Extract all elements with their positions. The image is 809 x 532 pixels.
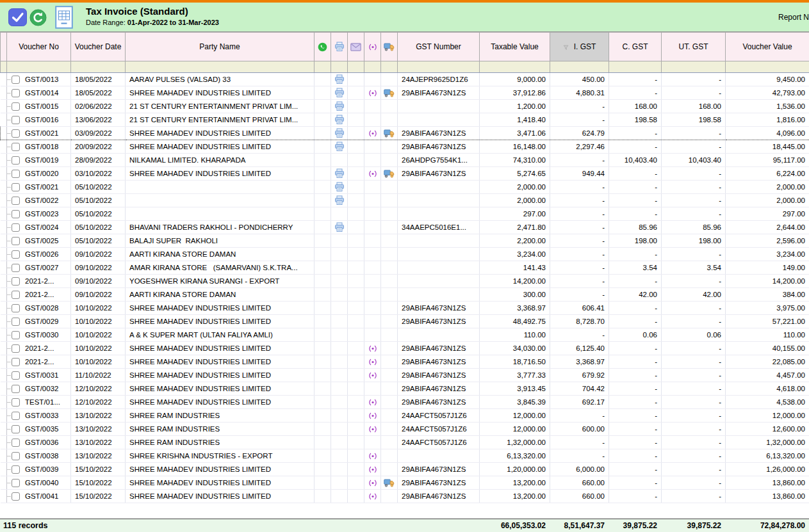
table-row[interactable]: GST/0032 12/10/2022 SHREE MAHADEV INDUST…: [1, 382, 809, 396]
table-row[interactable]: GST/0038 13/10/2022 SHREE KRISHNA INDUST…: [1, 449, 809, 463]
broadcast-icon[interactable]: [364, 73, 381, 86]
printer-icon[interactable]: [331, 396, 348, 409]
email-icon[interactable]: [348, 423, 364, 436]
row-checkbox[interactable]: [12, 156, 20, 165]
email-icon[interactable]: [348, 221, 364, 234]
table-row[interactable]: GST/0039 15/10/2022 SHREE MAHADEV INDUST…: [1, 463, 809, 476]
filter-cell[interactable]: [398, 61, 480, 73]
printer-icon[interactable]: [331, 86, 348, 100]
truck-icon[interactable]: [381, 355, 398, 369]
row-checkbox[interactable]: [12, 492, 20, 501]
column-header-voucher-date[interactable]: Voucher Date: [71, 33, 126, 61]
whatsapp-icon[interactable]: [315, 436, 331, 449]
printer-icon[interactable]: [331, 261, 348, 275]
whatsapp-icon[interactable]: [315, 140, 331, 154]
row-checkbox[interactable]: [12, 76, 20, 84]
whatsapp-icon[interactable]: [315, 86, 331, 100]
printer-icon[interactable]: [331, 234, 348, 248]
truck-icon[interactable]: [381, 140, 398, 154]
row-checkbox[interactable]: [12, 452, 20, 460]
row-checkbox[interactable]: [12, 102, 20, 111]
truck-icon[interactable]: [381, 423, 398, 436]
broadcast-icon[interactable]: [364, 302, 381, 315]
whatsapp-icon[interactable]: [315, 167, 331, 181]
broadcast-icon[interactable]: [364, 154, 381, 167]
column-header-email[interactable]: [348, 33, 364, 61]
email-icon[interactable]: [348, 100, 364, 113]
truck-icon[interactable]: [381, 409, 398, 423]
column-header-igst[interactable]: I. GST: [550, 33, 609, 61]
broadcast-icon[interactable]: [364, 463, 381, 476]
table-row[interactable]: GST/0024 05/10/2022 BHAVANI TRADERS RAKH…: [1, 221, 809, 234]
table-row[interactable]: GST/0020 03/10/2022 SHREE MAHADEV INDUST…: [1, 167, 809, 181]
broadcast-icon[interactable]: [364, 100, 381, 113]
truck-icon[interactable]: [381, 288, 398, 302]
row-checkbox[interactable]: [12, 304, 20, 312]
table-row[interactable]: TEST/01... 12/10/2022 SHREE MAHADEV INDU…: [1, 396, 809, 409]
whatsapp-icon[interactable]: [315, 463, 331, 476]
printer-icon[interactable]: [331, 167, 348, 181]
truck-icon[interactable]: [381, 73, 398, 86]
printer-icon[interactable]: [331, 113, 348, 127]
column-header-cgst[interactable]: C. GST: [609, 33, 662, 61]
printer-icon[interactable]: [331, 423, 348, 436]
truck-icon[interactable]: [381, 449, 398, 463]
printer-icon[interactable]: [331, 288, 348, 302]
whatsapp-icon[interactable]: [315, 369, 331, 382]
table-row[interactable]: GST/0018 20/09/2022 SHREE MAHADEV INDUST…: [1, 140, 809, 154]
email-icon[interactable]: [348, 181, 364, 194]
printer-icon[interactable]: [331, 154, 348, 167]
printer-icon[interactable]: [331, 100, 348, 113]
whatsapp-icon[interactable]: [315, 154, 331, 167]
whatsapp-icon[interactable]: [315, 328, 331, 342]
whatsapp-icon[interactable]: [315, 288, 331, 302]
whatsapp-icon[interactable]: [315, 476, 331, 490]
table-row[interactable]: GST/0013 18/05/2022 AARAV PULSES (VALSAD…: [1, 73, 809, 86]
table-row[interactable]: GST/0031 11/10/2022 SHREE MAHADEV INDUST…: [1, 369, 809, 382]
email-icon[interactable]: [348, 154, 364, 167]
printer-icon[interactable]: [331, 369, 348, 382]
row-checkbox[interactable]: [12, 318, 20, 326]
broadcast-icon[interactable]: [364, 436, 381, 449]
email-icon[interactable]: [348, 382, 364, 396]
row-checkbox[interactable]: [12, 143, 20, 151]
broadcast-icon[interactable]: [364, 207, 381, 221]
table-row[interactable]: GST/0035 13/10/2022 SHREE RAM INDUSTRIES…: [1, 423, 809, 436]
broadcast-icon[interactable]: [364, 127, 381, 140]
table-row[interactable]: GST/0040 15/10/2022 SHREE MAHADEV INDUST…: [1, 476, 809, 490]
row-checkbox[interactable]: [12, 439, 20, 447]
broadcast-icon[interactable]: [364, 342, 381, 355]
printer-icon[interactable]: [331, 181, 348, 194]
broadcast-icon[interactable]: [364, 490, 381, 503]
truck-icon[interactable]: [381, 100, 398, 113]
truck-icon[interactable]: [381, 382, 398, 396]
table-row[interactable]: 2021-2... 10/10/2022 SHREE MAHADEV INDUS…: [1, 342, 809, 355]
truck-icon[interactable]: [381, 275, 398, 288]
row-checkbox[interactable]: [12, 89, 20, 97]
printer-icon[interactable]: [331, 315, 348, 328]
truck-icon[interactable]: [381, 342, 398, 355]
table-row[interactable]: GST/0041 15/10/2022 SHREE MAHADEV INDUST…: [1, 490, 809, 503]
email-icon[interactable]: [348, 127, 364, 140]
column-header-party-name[interactable]: Party Name: [126, 33, 315, 61]
table-row[interactable]: GST/0021 03/09/2022 SHREE MAHADEV INDUST…: [1, 127, 809, 140]
filter-cell[interactable]: [7, 61, 71, 73]
truck-icon[interactable]: [381, 396, 398, 409]
refresh-icon[interactable]: [29, 9, 47, 26]
email-icon[interactable]: [348, 207, 364, 221]
row-checkbox[interactable]: [12, 385, 20, 393]
row-checkbox[interactable]: [12, 223, 20, 232]
table-row[interactable]: 2021-2... 10/10/2022 SHREE MAHADEV INDUS…: [1, 355, 809, 369]
truck-icon[interactable]: [381, 328, 398, 342]
truck-icon[interactable]: [381, 234, 398, 248]
printer-icon[interactable]: [331, 463, 348, 476]
whatsapp-icon[interactable]: [315, 181, 331, 194]
whatsapp-icon[interactable]: [315, 194, 331, 207]
truck-icon[interactable]: [381, 221, 398, 234]
broadcast-icon[interactable]: [364, 288, 381, 302]
whatsapp-icon[interactable]: [315, 302, 331, 315]
broadcast-icon[interactable]: [364, 355, 381, 369]
row-checkbox[interactable]: [12, 237, 20, 245]
email-icon[interactable]: [348, 113, 364, 127]
table-row[interactable]: GST/0019 28/09/2022 NILKAMAL LIMITED. KH…: [1, 154, 809, 167]
